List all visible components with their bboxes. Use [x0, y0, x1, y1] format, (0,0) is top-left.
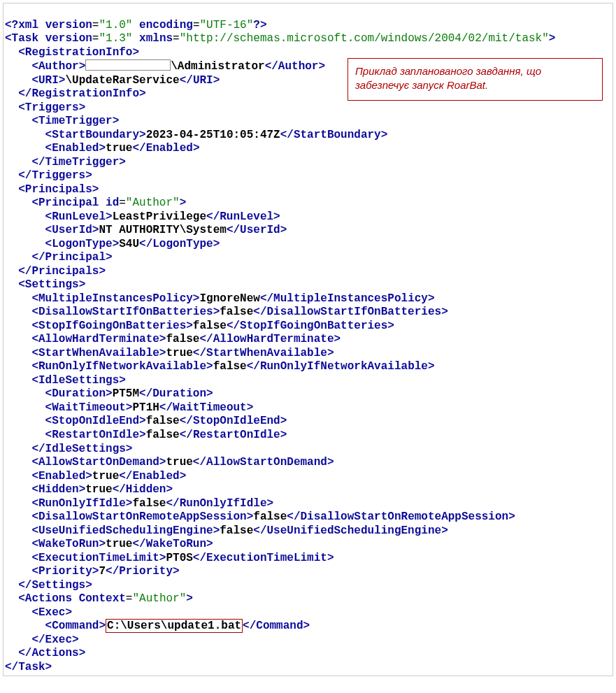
dsiob-open: DisallowStartIfOnBatteries [38, 306, 213, 318]
logontype-val: S4U [119, 238, 139, 250]
task-close: Task [18, 661, 45, 673]
userid-open: UserId [52, 224, 92, 236]
task-version-attr: version [45, 32, 92, 45]
logontype-open: LogonType [52, 238, 112, 250]
aht-open: AllowHardTerminate [38, 333, 159, 345]
settings-open: Settings [25, 278, 79, 291]
actions-open: Actions [25, 592, 72, 605]
task-open: Task [12, 32, 38, 45]
xml-decl-encoding-val: "UTF-16" [200, 19, 254, 31]
annotation-line2: забезпечує запуск RoarBat. [355, 79, 488, 91]
exec-open: Exec [38, 606, 65, 619]
roii-open: RunOnlyIfIdle [38, 497, 126, 510]
principal-open: Principal [38, 197, 99, 209]
principals-open: Principals [25, 183, 92, 196]
xml-decl-version-attr: version [45, 19, 92, 31]
xml-decl-version-val: "1.0" [99, 19, 132, 31]
sigob-open: StopIfGoingOnBatteries [38, 320, 186, 332]
uuse-open: UseUnifiedSchedulingEngine [38, 524, 213, 537]
xml-decl-open: <?xml [5, 19, 38, 31]
duration-open: Duration [52, 387, 106, 400]
command-val-box: C:\Users\update1.bat [106, 619, 243, 633]
actions-context-val: "Author" [132, 592, 186, 605]
runlevel-open: RunLevel [52, 210, 106, 223]
idlesettings-open: IdleSettings [38, 374, 119, 387]
reginfo-close: RegistrationInfo [31, 87, 139, 100]
task-version-val: "1.3" [99, 32, 132, 45]
enabled-trigger-val: true [106, 142, 132, 155]
swa-open: StartWhenAvailable [38, 347, 159, 359]
hidden-open: Hidden [38, 483, 79, 496]
etl-val: PT0S [166, 552, 192, 564]
waittimeout-val: PT1H [132, 401, 159, 414]
roina-open: RunOnlyIfNetworkAvailable [38, 360, 206, 373]
author-val: \Administrator [171, 60, 264, 73]
enabled-trigger-open: Enabled [52, 142, 99, 155]
startboundary-open: StartBoundary [52, 129, 139, 141]
waittimeout-open: WaitTimeout [52, 401, 126, 414]
asod-open: AllowStartOnDemand [38, 456, 159, 469]
priority-val: 7 [99, 565, 106, 578]
command-open: Command [52, 620, 99, 632]
author-open: Author [38, 60, 79, 73]
wtr-open: WakeToRun [38, 538, 99, 550]
soie-open: StopOnIdleEnd [52, 415, 139, 427]
actions-context-attr: Context [79, 592, 126, 605]
mip-open: MultipleInstancesPolicy [38, 292, 193, 305]
priority-open: Priority [38, 565, 92, 578]
mip-val: IgnoreNew [199, 292, 259, 305]
xml-decl-encoding-attr: encoding [139, 19, 193, 31]
uri-val: \UpdateRarService [65, 74, 179, 87]
author-redacted-box [85, 59, 171, 71]
enabled-settings-open: Enabled [38, 470, 85, 483]
annotation-box: Приклад запланованого завдання, щозабезп… [348, 58, 603, 101]
runlevel-val: LeastPrivilege [113, 210, 206, 223]
timetrigger-open: TimeTrigger [38, 115, 113, 127]
xml-code-view: Приклад запланованого завдання, щозабезп… [3, 3, 613, 676]
userid-val: NT AUTHORITY\System [99, 224, 226, 236]
principal-id-attr: id [106, 197, 119, 209]
task-xmlns-val: "http://schemas.microsoft.com/windows/20… [180, 32, 549, 45]
startboundary-val: 2023-04-25T10:05:47Z [146, 129, 280, 141]
triggers-open: Triggers [25, 101, 79, 114]
reginfo-open: RegistrationInfo [25, 46, 133, 59]
xml-decl-close: ?> [253, 19, 266, 31]
annotation-line1: Приклад запланованого завдання, що [355, 65, 541, 77]
duration-val: PT5M [113, 387, 139, 400]
etl-open: ExecutionTimeLimit [38, 552, 159, 564]
dsoras-open: DisallowStartOnRemoteAppSession [38, 510, 247, 523]
principal-id-val: "Author" [126, 197, 180, 209]
task-xmlns-attr: xmlns [139, 32, 173, 45]
roi-open: RestartOnIdle [52, 429, 139, 441]
uri-open: URI [38, 74, 59, 87]
